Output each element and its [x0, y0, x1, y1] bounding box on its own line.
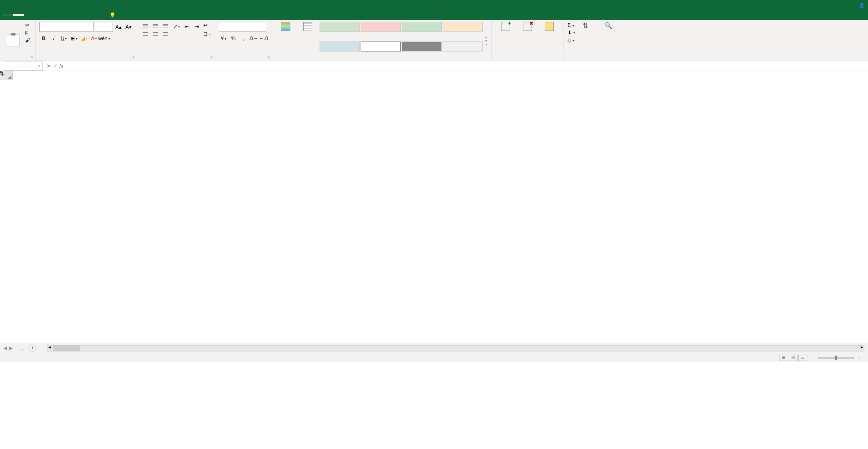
- share-button[interactable]: [859, 3, 864, 8]
- style-good[interactable]: [402, 22, 442, 32]
- wrap-text-button[interactable]: ↩: [203, 22, 211, 29]
- cancel-icon[interactable]: ✕: [46, 63, 51, 69]
- style-explain[interactable]: [443, 41, 483, 52]
- align-center-icon[interactable]: [151, 30, 160, 37]
- decrease-font-icon[interactable]: A▾: [124, 22, 133, 31]
- underline-button[interactable]: U: [59, 34, 68, 43]
- find-select-button[interactable]: 🔍: [599, 22, 619, 60]
- fill-color-button[interactable]: ◢: [79, 34, 88, 43]
- style-link[interactable]: [320, 41, 360, 52]
- delete-cells-button[interactable]: ✖: [517, 22, 537, 60]
- zoom-out-icon[interactable]: −: [811, 355, 814, 361]
- clear-button[interactable]: ◇▾: [567, 37, 575, 44]
- tab-file[interactable]: [2, 14, 13, 16]
- ribbon-tabs: [0, 10, 868, 20]
- status-bar: ▦ ▤ ▭ − +: [0, 353, 868, 362]
- scroll-up-icon[interactable]: ▲: [485, 36, 488, 39]
- format-cells-button[interactable]: [539, 22, 559, 60]
- font-name-select[interactable]: [39, 22, 94, 32]
- wrap-icon: ↩: [203, 22, 207, 28]
- formula-input[interactable]: [69, 62, 868, 70]
- style-bad[interactable]: [361, 22, 401, 32]
- align-left-icon[interactable]: [141, 30, 150, 37]
- align-bottom-icon[interactable]: [161, 22, 170, 29]
- increase-font-icon[interactable]: A▴: [114, 22, 123, 31]
- align-middle-icon[interactable]: [151, 22, 160, 29]
- horizontal-scrollbar[interactable]: ◀ ▶: [47, 345, 864, 351]
- sheet-nav-first-icon[interactable]: ◀: [4, 346, 7, 351]
- style-neutral[interactable]: [443, 22, 483, 32]
- fill-button[interactable]: ⬇▾: [567, 29, 575, 36]
- percent-button[interactable]: %: [229, 34, 238, 43]
- style-normal[interactable]: [320, 22, 360, 32]
- group-cells: ✦ ✖: [492, 20, 563, 61]
- group-alignment: ⤤ ⇤ ⇥ ↩ ⊟▾ ↘: [137, 20, 215, 61]
- style-check[interactable]: [402, 41, 442, 52]
- sort-filter-button[interactable]: ⇅: [577, 22, 597, 60]
- tell-me-search[interactable]: [109, 12, 116, 18]
- tab-view[interactable]: [78, 14, 89, 16]
- fill-icon: ⬇: [568, 30, 572, 36]
- merge-center-button[interactable]: ⊟▾: [203, 31, 211, 37]
- tab-review[interactable]: [67, 14, 78, 16]
- autosum-button[interactable]: Σ▾: [567, 22, 575, 28]
- view-normal-icon[interactable]: ▦: [779, 355, 788, 361]
- dialog-launcher-icon[interactable]: ↘: [208, 54, 214, 59]
- tab-home[interactable]: [13, 14, 24, 16]
- align-top-icon[interactable]: [141, 22, 150, 29]
- sigma-icon: Σ: [568, 22, 571, 28]
- increase-decimal-icon[interactable]: .0→: [249, 34, 258, 43]
- font-color-button[interactable]: A: [89, 34, 98, 43]
- scrollbar-thumb[interactable]: [53, 346, 80, 351]
- format-table-button[interactable]: [298, 22, 318, 60]
- border-button[interactable]: ⊞: [69, 34, 78, 43]
- name-box[interactable]: ▼: [3, 62, 43, 71]
- align-right-icon[interactable]: [161, 30, 170, 37]
- add-sheet-button[interactable]: +: [29, 345, 36, 352]
- cell-styles-gallery[interactable]: [320, 22, 483, 60]
- confirm-icon[interactable]: ✓: [53, 63, 57, 69]
- tab-formula[interactable]: [46, 14, 57, 16]
- merge-icon: ⊟: [203, 31, 207, 37]
- decrease-indent-icon[interactable]: ⇤: [182, 22, 191, 31]
- bold-button[interactable]: B: [39, 34, 48, 43]
- tab-page-layout[interactable]: [35, 14, 46, 16]
- conditional-format-button[interactable]: [276, 22, 296, 60]
- gallery-more-icon[interactable]: ▼: [485, 43, 488, 46]
- copy-button[interactable]: ⎘: [25, 30, 31, 36]
- fx-icon[interactable]: fx: [59, 63, 63, 69]
- paste-button[interactable]: [4, 22, 23, 60]
- dialog-launcher-icon[interactable]: ↘: [130, 54, 136, 59]
- decrease-decimal-icon[interactable]: ←.0: [259, 34, 268, 43]
- number-format-select[interactable]: [219, 22, 266, 32]
- orientation-button[interactable]: ⤤: [172, 22, 181, 31]
- format-painter-button[interactable]: 🖌: [25, 37, 31, 43]
- font-size-select[interactable]: [95, 22, 113, 32]
- ribbon: ✂ ⎘ 🖌 ↘ A▴ A▾ B I U ⊞ ◢ A wén: [0, 20, 868, 61]
- increase-indent-icon[interactable]: ⇥: [192, 22, 201, 31]
- dialog-launcher-icon[interactable]: ↘: [29, 54, 34, 59]
- group-number: ¥ % , .0→ ←.0 ↘: [215, 20, 272, 61]
- spreadsheet-grid[interactable]: [0, 71, 868, 343]
- sheet-nav-last-icon[interactable]: ▶: [9, 346, 13, 351]
- currency-button[interactable]: ¥: [219, 34, 228, 43]
- italic-button[interactable]: I: [49, 34, 58, 43]
- phonetic-button[interactable]: wén: [99, 34, 108, 43]
- formula-bar: ▼ ✕ ✓ fx: [0, 61, 868, 71]
- tab-insert[interactable]: [24, 14, 35, 16]
- comma-button[interactable]: ,: [239, 34, 248, 43]
- dialog-launcher-icon[interactable]: ↘: [265, 54, 271, 59]
- select-all-corner[interactable]: [0, 71, 13, 80]
- scroll-down-icon[interactable]: ▼: [485, 39, 488, 42]
- zoom-in-icon[interactable]: +: [858, 355, 861, 361]
- style-calc[interactable]: [361, 41, 401, 52]
- tab-data[interactable]: [57, 14, 67, 16]
- sheet-more-button[interactable]: ...: [16, 345, 26, 352]
- tab-help[interactable]: [89, 14, 100, 16]
- cut-button[interactable]: ✂: [25, 22, 31, 29]
- group-styles: ▲ ▼ ▼: [272, 20, 492, 61]
- view-break-icon[interactable]: ▭: [798, 355, 807, 361]
- view-page-icon[interactable]: ▤: [789, 355, 798, 361]
- insert-cells-button[interactable]: ✦: [496, 22, 516, 60]
- title-bar: [0, 0, 868, 10]
